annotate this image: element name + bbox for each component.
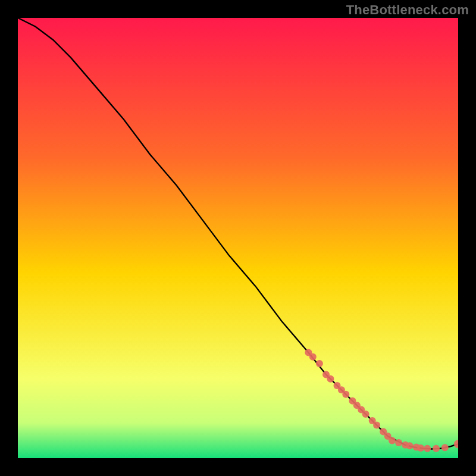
data-point [362, 411, 369, 418]
plot-area [18, 18, 458, 458]
data-point [441, 444, 449, 451]
data-point [316, 360, 323, 367]
gradient-background [18, 18, 458, 458]
data-point [309, 353, 317, 361]
plot-svg [18, 18, 458, 458]
data-point [373, 422, 380, 429]
data-point [406, 442, 414, 449]
data-point [417, 444, 424, 452]
data-point [327, 375, 334, 383]
data-point [395, 439, 402, 446]
chart-stage: TheBottleneck.com [0, 0, 476, 476]
data-point [424, 445, 431, 452]
data-point [342, 391, 349, 398]
data-point [389, 437, 396, 444]
watermark-label: TheBottleneck.com [346, 2, 469, 18]
data-point [433, 445, 440, 452]
